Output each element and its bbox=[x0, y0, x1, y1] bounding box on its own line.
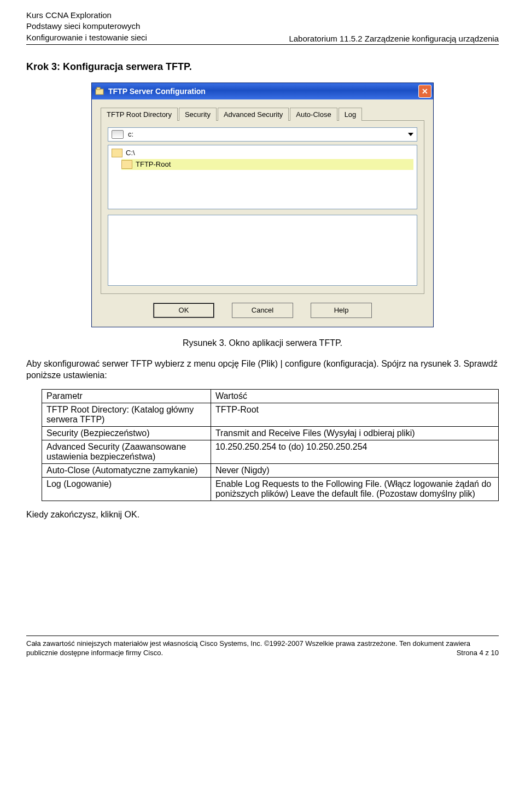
titlebar: TFTP Server Configuration ✕ bbox=[92, 83, 433, 99]
tree-label-tftproot: TFTP-Root bbox=[136, 159, 171, 170]
tab-strip: TFTP Root Directory Security Advanced Se… bbox=[101, 107, 424, 120]
lower-panel bbox=[108, 215, 417, 286]
tab-root-directory[interactable]: TFTP Root Directory bbox=[101, 108, 178, 121]
paragraph-1: Aby skonfigurować serwer TFTP wybierz z … bbox=[26, 358, 499, 381]
tab-security[interactable]: Security bbox=[179, 108, 217, 121]
cancel-button[interactable]: Cancel bbox=[232, 303, 293, 318]
header-left: Kurs CCNA Exploration Podstawy sieci kom… bbox=[26, 10, 147, 43]
tree-row-tftproot[interactable]: TFTP-Root bbox=[121, 159, 413, 170]
header-left-3: Konfigurowanie i testowanie sieci bbox=[26, 32, 147, 43]
folder-icon bbox=[121, 160, 132, 169]
cell-param: Log (Logowanie) bbox=[42, 477, 211, 501]
paragraph-2: Kiedy zakończysz, kliknij OK. bbox=[26, 509, 499, 521]
folder-tree[interactable]: C:\ TFTP-Root bbox=[108, 145, 417, 209]
close-button[interactable]: ✕ bbox=[418, 85, 431, 98]
help-button[interactable]: Help bbox=[311, 303, 372, 318]
app-icon bbox=[95, 87, 105, 96]
cell-value: Never (Nigdy) bbox=[211, 463, 498, 477]
drive-label: c: bbox=[128, 130, 133, 138]
th-parametr: Parametr bbox=[42, 389, 211, 403]
disk-icon bbox=[112, 130, 124, 139]
footer-divider bbox=[26, 636, 499, 637]
drive-select[interactable]: c: bbox=[108, 127, 417, 142]
button-row: OK Cancel Help bbox=[101, 303, 424, 318]
footer-page-number: Strona 4 z 10 bbox=[457, 648, 499, 658]
footer-line2-left: publicznie dostępne informacje firmy Cis… bbox=[26, 648, 163, 658]
folder-icon bbox=[112, 149, 122, 157]
svg-rect-1 bbox=[97, 87, 100, 90]
window-title: TFTP Server Configuration bbox=[108, 87, 418, 96]
tab-auto-close[interactable]: Auto-Close bbox=[290, 108, 337, 121]
window-body: TFTP Root Directory Security Advanced Se… bbox=[92, 99, 433, 327]
cell-value: Enable Log Requests to the Following Fil… bbox=[211, 477, 498, 501]
figure-caption: Rysunek 3. Okno aplikacji serwera TFTP. bbox=[26, 338, 499, 348]
footer-line1: Cała zawartość niniejszych materiałów je… bbox=[26, 639, 499, 649]
cell-value: Transmit and Receive Files (Wysyłaj i od… bbox=[211, 426, 498, 440]
tab-advanced-security[interactable]: Advanced Security bbox=[218, 108, 289, 121]
header-right: Laboratorium 11.5.2 Zarządzenie konfigur… bbox=[289, 34, 499, 43]
table-row: Log (Logowanie) Enable Log Requests to t… bbox=[42, 477, 499, 501]
table-row: Advanced Security (Zaawansowane ustawien… bbox=[42, 440, 499, 463]
ok-button[interactable]: OK bbox=[153, 303, 214, 318]
cell-param: Security (Bezpieczeństwo) bbox=[42, 426, 211, 440]
tab-log[interactable]: Log bbox=[339, 108, 363, 121]
step-title: Krok 3: Konfiguracja serwera TFTP. bbox=[26, 61, 499, 73]
cell-param: Auto-Close (Automatyczne zamykanie) bbox=[42, 463, 211, 477]
header-left-1: Kurs CCNA Exploration bbox=[26, 10, 147, 21]
table-row: Security (Bezpieczeństwo) Transmit and R… bbox=[42, 426, 499, 440]
chevron-down-icon bbox=[408, 133, 413, 136]
cell-value: TFTP-Root bbox=[211, 403, 498, 426]
cell-param: Advanced Security (Zaawansowane ustawien… bbox=[42, 440, 211, 463]
table-row: TFTP Root Directory: (Katalog główny ser… bbox=[42, 403, 499, 426]
tree-label-c: C:\ bbox=[126, 148, 135, 159]
dialog-window: TFTP Server Configuration ✕ TFTP Root Di… bbox=[91, 83, 434, 327]
header-left-2: Podstawy sieci komputerowych bbox=[26, 21, 147, 32]
table-header-row: Parametr Wartość bbox=[42, 389, 499, 403]
tab-panel: c: C:\ TFTP-Root bbox=[101, 120, 424, 294]
footer: Cała zawartość niniejszych materiałów je… bbox=[26, 636, 499, 658]
tree-row-c[interactable]: C:\ bbox=[112, 148, 413, 159]
th-wartosc: Wartość bbox=[211, 389, 498, 403]
close-icon: ✕ bbox=[422, 87, 428, 96]
cell-value: 10.250.250.254 to (do) 10.250.250.254 bbox=[211, 440, 498, 463]
doc-header: Kurs CCNA Exploration Podstawy sieci kom… bbox=[26, 10, 499, 45]
table-row: Auto-Close (Automatyczne zamykanie) Neve… bbox=[42, 463, 499, 477]
cell-param: TFTP Root Directory: (Katalog główny ser… bbox=[42, 403, 211, 426]
params-table: Parametr Wartość TFTP Root Directory: (K… bbox=[42, 389, 499, 501]
